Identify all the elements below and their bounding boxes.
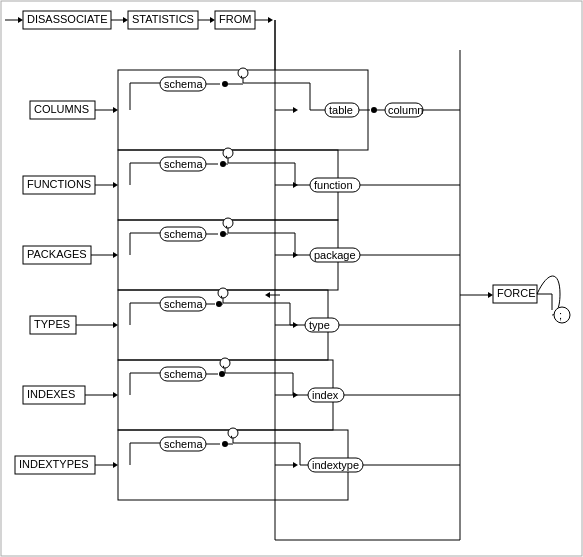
types-terminal-label: type	[309, 319, 330, 331]
indexes-schema-label: schema	[164, 368, 203, 380]
arrow-head4	[268, 17, 273, 23]
packages-dot	[220, 231, 226, 237]
columns-dot2	[371, 107, 377, 113]
force-label: FORCE	[497, 287, 536, 299]
svg-marker-19	[113, 182, 118, 188]
types-dot	[216, 301, 222, 307]
arrow-head3	[210, 17, 215, 23]
packages-schema-label: schema	[164, 228, 203, 240]
indexes-comma: ,	[222, 357, 225, 369]
statistics-label: STATISTICS	[132, 13, 194, 25]
functions-terminal-label: function	[314, 179, 353, 191]
svg-marker-43	[113, 392, 118, 398]
indextypes-schema-label: schema	[164, 438, 203, 450]
arrow-head	[18, 17, 23, 23]
schema-loop-down	[243, 78, 310, 110]
columns-label: COLUMNS	[34, 103, 89, 115]
packages-terminal-label: package	[314, 249, 356, 261]
schema-loop-up	[130, 83, 160, 110]
svg-marker-51	[113, 462, 118, 468]
indexes-label: INDEXES	[27, 388, 75, 400]
indextypes-terminal-label: indextype	[312, 459, 359, 471]
types-label: TYPES	[34, 318, 70, 330]
svg-marker-49	[293, 462, 298, 468]
functions-dot	[220, 161, 226, 167]
columns-dot1	[222, 81, 228, 87]
columns-comma: ,	[240, 67, 243, 79]
packages-comma: ,	[225, 217, 228, 229]
columns-column-label: column	[388, 104, 423, 116]
columns-schema-label: schema	[164, 78, 203, 90]
functions-comma: ,	[225, 147, 228, 159]
indextypes-label: INDEXTYPES	[19, 458, 89, 470]
syntax-diagram: DISASSOCIATE STATISTICS FROM FORCE ; CO	[0, 0, 583, 557]
indexes-dot	[219, 371, 225, 377]
arrow-head2	[123, 17, 128, 23]
to-force-arrow	[488, 292, 493, 298]
functions-label: FUNCTIONS	[27, 178, 91, 190]
svg-marker-7	[293, 107, 298, 113]
types-schema-label: schema	[164, 298, 203, 310]
columns-table-label: table	[329, 104, 353, 116]
types-comma: ,	[220, 287, 223, 299]
packages-label: PACKAGES	[27, 248, 87, 260]
indextypes-dot	[222, 441, 228, 447]
indextypes-comma: ,	[230, 427, 233, 439]
from-label: FROM	[219, 13, 251, 25]
indexes-terminal-label: index	[312, 389, 339, 401]
semicolon-label: ;	[559, 309, 562, 321]
svg-marker-9	[113, 107, 118, 113]
svg-marker-35	[113, 322, 118, 328]
disassociate-label: DISASSOCIATE	[27, 13, 107, 25]
functions-schema-label: schema	[164, 158, 203, 170]
entry-arrow	[265, 292, 270, 298]
svg-marker-27	[113, 252, 118, 258]
